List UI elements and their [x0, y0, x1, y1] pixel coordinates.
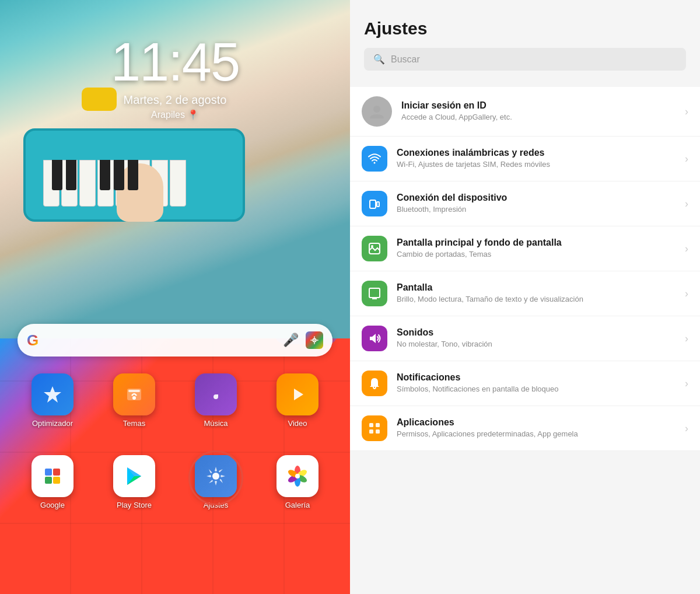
app-icon-google: [32, 455, 74, 497]
settings-panel: Ajustes 🔍 Buscar Iniciar sesión en ID Ac…: [350, 0, 700, 594]
app-label-optimizer: Optimizador: [32, 419, 73, 428]
svg-rect-30: [369, 288, 380, 298]
app-label-ajustes: Ajustes: [204, 501, 229, 509]
chevron-icon-wallpaper: ›: [685, 243, 688, 255]
apps-icon: [362, 415, 387, 441]
svg-point-22: [295, 474, 300, 478]
clock-area: 11:45 Martes, 2 de agosto Arapiles 📍: [0, 35, 350, 120]
location-icon: 📍: [187, 109, 199, 120]
settings-item-subtitle-sounds: No molestar, Tono, vibración: [397, 339, 680, 350]
settings-item-subtitle-profile: Accede a Cloud, AppGallery, etc.: [401, 112, 680, 123]
chevron-icon-sounds: ›: [685, 333, 688, 345]
svg-point-24: [374, 162, 376, 164]
settings-item-text-display: Pantalla Brillo, Modo lectura, Tamaño de…: [397, 282, 680, 305]
app-label-playstore: Play Store: [117, 501, 152, 509]
svg-point-23: [373, 106, 380, 113]
app-item-music[interactable]: Música: [184, 373, 248, 428]
wifi-icon: [362, 146, 387, 172]
google-g-logo: G: [27, 331, 38, 350]
chevron-icon-apps: ›: [685, 422, 688, 435]
svg-rect-34: [369, 423, 373, 427]
chevron-icon-profile: ›: [685, 106, 688, 118]
settings-item-subtitle-wifi: Wi-Fi, Ajustes de tarjetas SIM, Redes mó…: [397, 159, 680, 170]
app-icon-video: [276, 373, 318, 415]
settings-item-text-apps: Aplicaciones Permisos, Aplicaciones pred…: [397, 417, 680, 439]
settings-item-profile[interactable]: Iniciar sesión en ID Accede a Cloud, App…: [350, 87, 700, 137]
settings-search-icon: 🔍: [373, 54, 385, 65]
svg-point-15: [212, 473, 219, 480]
svg-point-9: [132, 396, 136, 400]
settings-item-text-device: Conexión del dispositivo Bluetooth, Impr…: [397, 193, 680, 215]
app-item-galeria[interactable]: Galería: [265, 455, 330, 509]
svg-rect-25: [370, 200, 376, 208]
chevron-icon-device: ›: [685, 198, 688, 210]
app-item-themes[interactable]: Temas: [102, 373, 166, 428]
settings-item-device[interactable]: Conexión del dispositivo Bluetooth, Impr…: [350, 181, 700, 226]
settings-item-subtitle-display: Brillo, Modo lectura, Tamaño de texto y …: [397, 294, 680, 305]
settings-item-subtitle-notifications: Símbolos, Notificaciones en pantalla de …: [397, 384, 680, 394]
settings-item-subtitle-device: Bluetooth, Impresión: [397, 204, 680, 215]
app-row-1: Optimizador Temas Música: [0, 373, 350, 428]
clock-time: 11:45: [0, 35, 350, 89]
microphone-icon[interactable]: 🎤: [283, 333, 299, 348]
settings-item-title-sounds: Sonidos: [397, 327, 680, 338]
device-icon: [362, 191, 387, 216]
svg-rect-26: [377, 202, 379, 207]
notifications-icon: [362, 371, 387, 396]
settings-item-text-wallpaper: Pantalla principal y fondo de pantalla C…: [397, 237, 680, 260]
wallpaper-icon: [362, 236, 387, 261]
settings-item-text-sounds: Sonidos No molestar, Tono, vibración: [397, 327, 680, 350]
app-icon-galeria: [276, 455, 318, 497]
app-item-ajustes[interactable]: Ajustes: [184, 455, 248, 509]
settings-item-title-device: Conexión del dispositivo: [397, 193, 680, 203]
chevron-icon-wifi: ›: [685, 153, 688, 165]
app-icon-playstore: [113, 455, 155, 497]
chevron-icon-display: ›: [685, 288, 688, 300]
settings-item-title-display: Pantalla: [397, 282, 680, 293]
settings-item-title-notifications: Notificaciones: [397, 372, 680, 383]
app-item-playstore[interactable]: Play Store: [102, 455, 166, 509]
sounds-icon: [362, 326, 387, 351]
settings-item-text-profile: Iniciar sesión en ID Accede a Cloud, App…: [401, 100, 680, 123]
svg-rect-37: [376, 429, 380, 434]
app-row-2: Google: [0, 455, 350, 509]
google-lens-icon[interactable]: [306, 331, 323, 349]
settings-item-title-wifi: Conexiones inalámbricas y redes: [397, 148, 680, 158]
profile-avatar-icon: [362, 96, 392, 127]
settings-item-apps[interactable]: Aplicaciones Permisos, Aplicaciones pred…: [350, 406, 700, 451]
app-label-galeria: Galería: [285, 501, 310, 509]
clock-date: Martes, 2 de agosto: [0, 93, 350, 107]
app-label-themes: Temas: [123, 419, 145, 428]
settings-item-sounds[interactable]: Sonidos No molestar, Tono, vibración ›: [350, 316, 700, 361]
settings-item-subtitle-wallpaper: Cambio de portadas, Temas: [397, 249, 680, 260]
app-label-music: Música: [204, 419, 228, 428]
svg-marker-6: [44, 386, 61, 403]
settings-search-bar[interactable]: 🔍 Buscar: [364, 48, 686, 71]
settings-item-wifi[interactable]: Conexiones inalámbricas y redes Wi-Fi, A…: [350, 137, 700, 181]
app-item-optimizer[interactable]: Optimizador: [20, 373, 85, 428]
search-bar[interactable]: G 🎤: [18, 324, 332, 357]
settings-search-placeholder: Buscar: [391, 54, 420, 65]
settings-item-subtitle-apps: Permisos, Aplicaciones predeterminadas, …: [397, 429, 680, 439]
app-icon-ajustes: [195, 455, 237, 497]
svg-rect-8: [128, 390, 140, 392]
settings-item-display[interactable]: Pantalla Brillo, Modo lectura, Tamaño de…: [350, 271, 700, 316]
settings-item-wallpaper[interactable]: Pantalla principal y fondo de pantalla C…: [350, 226, 700, 271]
svg-marker-33: [370, 334, 376, 343]
settings-item-title-apps: Aplicaciones: [397, 417, 680, 428]
display-icon: [362, 281, 387, 306]
settings-item-text-notifications: Notificaciones Símbolos, Notificaciones …: [397, 372, 680, 394]
app-label-video: Video: [288, 419, 307, 428]
settings-header: Ajustes 🔍 Buscar: [350, 0, 700, 80]
svg-point-29: [371, 245, 373, 247]
app-label-google: Google: [40, 501, 65, 509]
svg-marker-10: [294, 389, 303, 400]
app-icon-optimizer: [32, 373, 74, 415]
app-item-google[interactable]: Google: [20, 455, 85, 509]
app-item-video[interactable]: Video: [265, 373, 330, 428]
settings-list: Iniciar sesión en ID Accede a Cloud, App…: [350, 87, 700, 451]
svg-rect-36: [369, 429, 373, 434]
settings-item-notifications[interactable]: Notificaciones Símbolos, Notificaciones …: [350, 361, 700, 406]
phone-screen: 11:45 Martes, 2 de agosto Arapiles 📍 G 🎤: [0, 0, 350, 594]
svg-rect-35: [376, 423, 380, 427]
